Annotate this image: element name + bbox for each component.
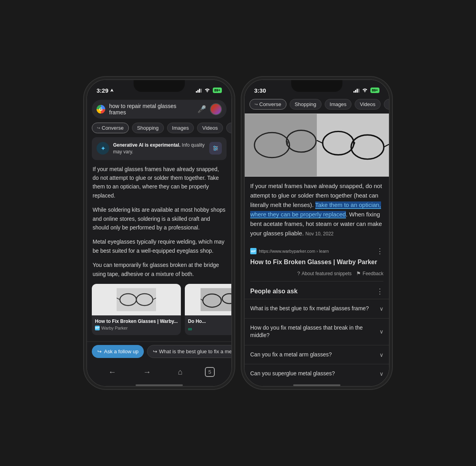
wifi-icon-2 (362, 87, 368, 93)
screen-content-2[interactable]: ↪ Converse Shopping Images Videos Withou (245, 97, 389, 383)
paa-title: People also ask (250, 288, 298, 295)
back-button[interactable]: ← (104, 365, 121, 379)
status-bar-1: 3:29 89+ (87, 80, 231, 97)
featured-image (245, 114, 389, 177)
result-card-1[interactable]: How to Fix Broken Glasses | Warby... WP … (92, 284, 181, 335)
status-icons-2: 89+ (353, 87, 379, 93)
featured-snippet-text: If your metal frames have already snappe… (245, 177, 389, 238)
source-url: https://www.warbyparker.com › learn (259, 249, 329, 254)
phone-1-screen: 3:29 89+ G (87, 80, 231, 386)
card-info-2: Do Ho... ∞ (185, 315, 231, 335)
suggested-followup[interactable]: ↪ What is the best glue to fix a me (147, 345, 231, 358)
chevron-icon-2: ∨ (379, 328, 383, 335)
source-info: WP https://www.warbyparker.com › learn (250, 248, 329, 254)
glasses-featured-image (245, 114, 389, 177)
paragraph-1: If your metal glasses frames have alread… (87, 165, 231, 200)
paa-question-text-3: Can you fix a metal arm glasses? (250, 351, 379, 359)
paa-question-2[interactable]: How do you fix metal glasses that break … (245, 318, 389, 345)
feedback-button[interactable]: ⚑ Feedback (356, 270, 383, 276)
svg-point-4 (214, 146, 215, 147)
search-bar[interactable]: G how to repair metal glasses frames 🎤 (92, 100, 227, 119)
chip-without-2[interactable]: Withou (384, 99, 389, 110)
paa-question-4[interactable]: Can you superglue metal glasses? ∨ (245, 364, 389, 383)
phone-1: 3:29 89+ G (86, 79, 232, 387)
chip-videos[interactable]: Videos (197, 123, 223, 133)
glasses-image-1 (117, 288, 156, 311)
time-display: 3:29 (97, 87, 114, 94)
card-source-2: ∞ (188, 326, 231, 332)
result-cards: How to Fix Broken Glasses | Warby... WP … (87, 284, 231, 340)
user-avatar[interactable] (210, 103, 222, 115)
chevron-icon-1: ∨ (379, 306, 383, 312)
chip-images-2[interactable]: Images (325, 99, 352, 110)
ai-notice-text: Generative AI is experimental. Info qual… (113, 142, 205, 155)
paa-question-text-1: What is the best glue to fix metal glass… (250, 305, 379, 313)
feedback-icon: ⚑ (356, 270, 361, 276)
tabs-button[interactable]: 5 (205, 367, 215, 377)
svg-rect-17 (245, 114, 317, 176)
source-bar: WP https://www.warbyparker.com › learn ⋮ (245, 244, 389, 259)
chevron-icon-3: ∨ (379, 352, 383, 358)
phone-2-screen: 3:30 89+ ↪ Converse (245, 80, 389, 386)
screen-content-1[interactable]: G how to repair metal glasses frames 🎤 ↪… (87, 97, 231, 341)
search-query: how to repair metal glasses frames (109, 103, 193, 116)
paa-more-button[interactable]: ⋮ (376, 287, 383, 296)
card-source-1: WP Warby Parker (95, 326, 178, 330)
phone-2: 3:30 89+ ↪ Converse (244, 79, 390, 387)
card-title-2: Do Ho... (188, 319, 231, 324)
paa-question-1[interactable]: What is the best glue to fix metal glass… (245, 299, 389, 318)
status-icons: 89+ (196, 87, 222, 93)
ask-followup-button[interactable]: ↪ Ask a follow up (92, 345, 144, 358)
chip-converse-2[interactable]: ↪ Converse (249, 99, 286, 110)
chip-without[interactable]: Withou (226, 123, 231, 133)
result-title[interactable]: How to Fix Broken Glasses | Warby Parker (245, 259, 389, 269)
paragraph-2: While soldering kits are available at mo… (87, 205, 231, 232)
chip-converse[interactable]: ↪ Converse (92, 123, 129, 133)
result-meta-row: ? About featured snippets ⚑ Feedback (245, 269, 389, 281)
ai-notice-box: ✦ Generative AI is experimental. Info qu… (92, 137, 227, 160)
glasses-image-2 (201, 288, 231, 311)
wifi-icon (204, 87, 210, 93)
svg-point-6 (214, 149, 216, 150)
card-image-2 (185, 284, 231, 315)
filter-chips: ↪ Converse Shopping Images Videos Withou (87, 123, 231, 137)
filter-chips-2: ↪ Converse Shopping Images Videos Withou (245, 97, 389, 114)
card-image-1 (92, 284, 181, 315)
home-button[interactable]: ⌂ (173, 365, 187, 379)
chip-images[interactable]: Images (167, 123, 194, 133)
location-icon (110, 88, 114, 92)
infinity-icon: ∞ (188, 326, 192, 332)
paragraph-3: Metal eyeglasses typically require weldi… (87, 237, 231, 255)
warby-favicon-1: WP (95, 326, 100, 330)
more-options-button[interactable]: ⋮ (376, 247, 383, 255)
bottom-nav-1: ← → ⌂ 5 (87, 361, 231, 383)
paa-header: People also ask ⋮ (245, 281, 389, 299)
card-info-1: How to Fix Broken Glasses | Warby... WP … (92, 315, 181, 334)
snippet-date: Nov 10, 2022 (305, 231, 333, 237)
battery-indicator-2: 89+ (370, 88, 379, 93)
paragraph-4: You can temporarily fix glasses broken a… (87, 261, 231, 278)
chip-videos-2[interactable]: Videos (355, 99, 381, 110)
about-snippets-button[interactable]: ? About featured snippets (297, 270, 351, 276)
battery-indicator: 89+ (213, 88, 222, 93)
svg-rect-18 (317, 114, 389, 176)
forward-button[interactable]: → (138, 365, 156, 379)
signal-icon-2 (353, 88, 359, 93)
ai-icon: ✦ (97, 142, 109, 155)
chevron-icon-4: ∨ (379, 371, 383, 377)
paa-question-3[interactable]: Can you fix a metal arm glasses? ∨ (245, 345, 389, 364)
chip-shopping-2[interactable]: Shopping (290, 99, 322, 110)
chip-shopping[interactable]: Shopping (132, 123, 164, 133)
card-title-1: How to Fix Broken Glasses | Warby... (95, 319, 178, 324)
question-icon: ? (297, 270, 300, 276)
home-indicator (136, 384, 183, 386)
paa-question-text-2: How do you fix metal glasses that break … (250, 324, 379, 339)
svg-rect-13 (201, 288, 231, 311)
mic-icon[interactable]: 🎤 (197, 105, 206, 114)
result-card-2[interactable]: Do Ho... ∞ (185, 284, 231, 335)
status-bar-2: 3:30 89+ (245, 80, 389, 97)
warby-favicon-2: WP (250, 248, 257, 254)
svg-marker-0 (110, 89, 113, 92)
ai-settings-icon[interactable] (209, 142, 222, 155)
svg-point-5 (216, 147, 217, 149)
